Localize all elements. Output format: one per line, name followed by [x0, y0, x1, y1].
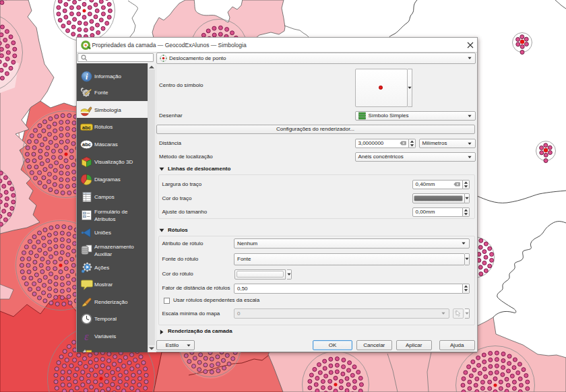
svg-text:abc: abc: [82, 125, 91, 131]
svg-text:ε: ε: [84, 331, 89, 342]
svg-text:abc: abc: [82, 141, 91, 148]
